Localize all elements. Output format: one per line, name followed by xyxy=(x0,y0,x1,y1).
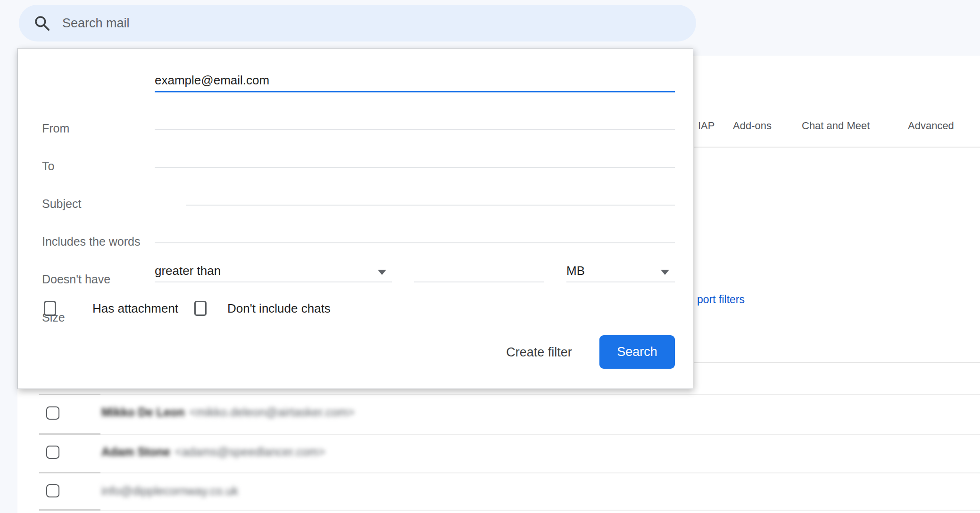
left-margin-strip xyxy=(0,56,17,513)
chevron-down-icon xyxy=(661,270,669,275)
has-attachment-checkbox[interactable] xyxy=(44,301,56,316)
divider-dark-segment xyxy=(39,509,100,511)
size-unit-value: MB xyxy=(566,264,585,278)
from-field[interactable]: example@email.com xyxy=(155,72,675,92)
subject-label: Subject xyxy=(42,197,81,211)
row-checkbox[interactable] xyxy=(46,446,59,459)
includes-words-label: Includes the words xyxy=(42,235,140,248)
dont-include-chats-checkbox[interactable] xyxy=(194,301,207,316)
search-bar[interactable]: Search mail xyxy=(19,5,696,41)
create-filter-button[interactable]: Create filter xyxy=(490,341,589,364)
tab-add-ons[interactable]: Add-ons xyxy=(733,120,772,132)
list-item[interactable]: Mikko De Leon<mikko.deleon@airtasker.com… xyxy=(101,405,355,419)
list-item[interactable]: Adam Stone<adams@speedlancer.com> xyxy=(101,445,325,459)
settings-row-divider xyxy=(694,362,980,363)
size-amount-input[interactable] xyxy=(414,262,544,282)
list-divider xyxy=(39,510,980,511)
subject-field[interactable] xyxy=(155,147,675,168)
sender-address: <mikko.deleon@airtasker.com> xyxy=(189,405,355,419)
sender-address: info@dipplecornway.co.uk xyxy=(101,484,238,497)
size-comparator-select[interactable]: greater than xyxy=(155,262,392,282)
doesnt-have-field[interactable] xyxy=(155,223,675,243)
sender-name: Adam Stone xyxy=(101,445,170,458)
list-item[interactable]: info@dipplecornway.co.uk xyxy=(101,484,238,498)
tab-chat-and-meet[interactable]: Chat and Meet xyxy=(802,120,870,132)
search-input[interactable]: Search mail xyxy=(62,16,130,31)
dont-include-chats-label: Don't include chats xyxy=(227,301,331,316)
tab-advanced[interactable]: Advanced xyxy=(908,120,954,132)
to-field[interactable] xyxy=(155,109,675,130)
search-icon xyxy=(33,14,51,32)
size-comparator-value: greater than xyxy=(155,264,221,278)
tabbar-divider xyxy=(694,147,980,148)
sender-address: <adams@speedlancer.com> xyxy=(175,445,325,458)
search-button[interactable]: Search xyxy=(599,335,675,369)
includes-words-field[interactable] xyxy=(186,185,675,206)
from-label: From xyxy=(42,122,69,135)
doesnt-have-label: Doesn't have xyxy=(42,273,110,286)
row-checkbox[interactable] xyxy=(46,406,59,420)
list-divider xyxy=(39,472,980,473)
row-checkbox[interactable] xyxy=(46,484,59,497)
chevron-down-icon xyxy=(378,270,386,275)
list-divider xyxy=(39,394,980,395)
import-filters-link[interactable]: port filters xyxy=(697,293,745,306)
to-label: To xyxy=(42,159,54,173)
divider-dark-segment xyxy=(39,394,100,395)
gmail-settings-screen: IAP Add-ons Chat and Meet Advanced port … xyxy=(0,0,980,513)
advanced-search-panel: From example@email.com To Subject Includ… xyxy=(17,48,693,389)
sender-name: Mikko De Leon xyxy=(101,405,184,419)
has-attachment-label: Has attachment xyxy=(92,301,178,316)
divider-dark-segment xyxy=(39,472,100,473)
tab-forwarding-pop-imap[interactable]: IAP xyxy=(698,120,714,132)
list-divider xyxy=(39,434,980,435)
divider-dark-segment xyxy=(39,433,100,435)
size-unit-select[interactable]: MB xyxy=(566,262,675,282)
